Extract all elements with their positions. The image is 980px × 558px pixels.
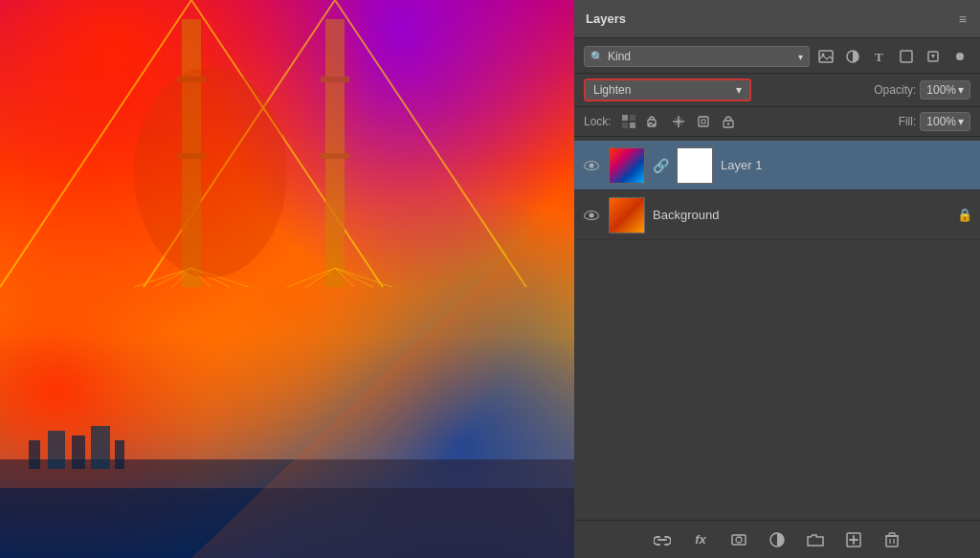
add-layer-btn[interactable] xyxy=(842,528,865,551)
svg-rect-26 xyxy=(91,426,110,469)
blend-mode-select[interactable]: Lighten ▾ xyxy=(584,78,751,101)
link-layers-btn[interactable] xyxy=(651,528,674,551)
layer-item-background[interactable]: Background 🔒 xyxy=(574,190,980,240)
background-name: Background xyxy=(653,208,949,222)
background-visibility[interactable] xyxy=(582,206,601,225)
layer-1-thumbnail xyxy=(609,147,645,184)
svg-point-53 xyxy=(736,537,742,543)
panel-header: Layers ≡ xyxy=(574,0,980,38)
eye-icon-1 xyxy=(584,161,599,170)
panel-menu-icon[interactable]: ≡ xyxy=(959,11,969,27)
layer-1-name: Layer 1 xyxy=(721,158,972,172)
layers-list: 🔗 Layer 1 Background 🔒 xyxy=(574,137,980,520)
svg-rect-47 xyxy=(699,117,708,126)
opacity-value[interactable]: 100% ▾ xyxy=(920,80,970,100)
lock-icons xyxy=(619,112,738,131)
kind-filter-arrow: ▾ xyxy=(798,52,803,62)
svg-rect-40 xyxy=(630,123,635,128)
add-group-btn[interactable] xyxy=(804,528,827,551)
svg-point-21 xyxy=(134,67,287,278)
svg-rect-39 xyxy=(622,123,628,128)
layer-1-visibility[interactable] xyxy=(582,156,601,175)
add-adjustment-btn[interactable] xyxy=(766,528,789,551)
filter-text-btn[interactable]: T xyxy=(869,46,890,67)
layer-1-link-icon[interactable]: 🔗 xyxy=(653,158,669,173)
svg-rect-58 xyxy=(886,536,898,547)
blend-mode-arrow: ▾ xyxy=(736,83,742,97)
filter-smartobject-btn[interactable] xyxy=(923,46,944,67)
delete-layer-btn[interactable] xyxy=(880,528,903,551)
layer-1-thumb-art xyxy=(610,148,644,183)
blend-mode-value: Lighten xyxy=(593,83,631,97)
add-mask-btn[interactable] xyxy=(727,528,750,551)
lock-label: Lock: xyxy=(584,115,612,128)
svg-rect-48 xyxy=(702,120,705,123)
filter-adjustment-btn[interactable] xyxy=(842,46,863,67)
layer-fx-btn[interactable]: fx xyxy=(689,528,712,551)
svg-rect-30 xyxy=(819,51,833,62)
opacity-group: Opacity: 100% ▾ xyxy=(874,80,970,100)
svg-rect-23 xyxy=(29,440,40,469)
fill-group: Fill: 100% ▾ xyxy=(899,112,970,131)
svg-rect-25 xyxy=(72,435,85,469)
svg-rect-34 xyxy=(901,51,912,62)
svg-point-36 xyxy=(956,53,964,60)
lock-position-btn[interactable] xyxy=(669,112,688,131)
svg-rect-37 xyxy=(622,115,628,121)
fill-label: Fill: xyxy=(899,115,917,128)
kind-filter-select[interactable]: 🔍 Kind ▾ xyxy=(584,46,810,67)
svg-rect-24 xyxy=(48,431,65,469)
fill-number: 100% xyxy=(926,115,956,128)
filter-bar: 🔍 Kind ▾ T xyxy=(574,38,980,74)
layer-1-mask xyxy=(677,147,713,184)
opacity-arrow: ▾ xyxy=(958,83,964,97)
eye-icon-bg xyxy=(584,211,599,220)
svg-rect-8 xyxy=(321,77,349,82)
opacity-label: Opacity: xyxy=(874,83,916,97)
filter-pixel-btn[interactable] xyxy=(949,46,970,67)
opacity-number: 100% xyxy=(926,83,956,97)
fx-label: fx xyxy=(695,532,706,547)
search-icon: 🔍 xyxy=(590,51,604,63)
svg-rect-27 xyxy=(115,440,124,469)
filter-icons: T xyxy=(815,46,970,67)
fill-arrow: ▾ xyxy=(958,115,964,128)
svg-text:T: T xyxy=(875,50,883,63)
svg-point-50 xyxy=(726,123,728,124)
svg-rect-38 xyxy=(630,115,635,121)
lock-all-btn[interactable] xyxy=(719,112,738,131)
background-thumb-art xyxy=(610,198,644,233)
filter-image-btn[interactable] xyxy=(815,46,836,67)
lock-transparent-btn[interactable] xyxy=(619,112,638,131)
lock-row: Lock: Fill: 100% ▾ xyxy=(574,107,980,137)
canvas-art xyxy=(0,0,574,558)
blend-mode-row: Lighten ▾ Opacity: 100% ▾ xyxy=(574,74,980,107)
lock-image-btn[interactable] xyxy=(644,112,663,131)
bottom-toolbar: fx xyxy=(574,520,980,558)
filter-shape-btn[interactable] xyxy=(896,46,917,67)
panel-title: Layers xyxy=(586,11,626,26)
fill-value[interactable]: 100% ▾ xyxy=(920,112,970,131)
layers-panel: Layers ≡ 🔍 Kind ▾ T xyxy=(574,0,980,558)
lock-artboard-btn[interactable] xyxy=(694,112,713,131)
canvas-area xyxy=(0,0,574,558)
svg-rect-60 xyxy=(889,533,895,536)
background-thumbnail xyxy=(609,197,645,234)
layer-item-1[interactable]: 🔗 Layer 1 xyxy=(574,141,980,190)
kind-filter-label: Kind xyxy=(608,50,631,63)
background-lock-icon: 🔒 xyxy=(957,208,972,222)
svg-rect-9 xyxy=(321,153,349,159)
svg-line-3 xyxy=(335,0,526,287)
